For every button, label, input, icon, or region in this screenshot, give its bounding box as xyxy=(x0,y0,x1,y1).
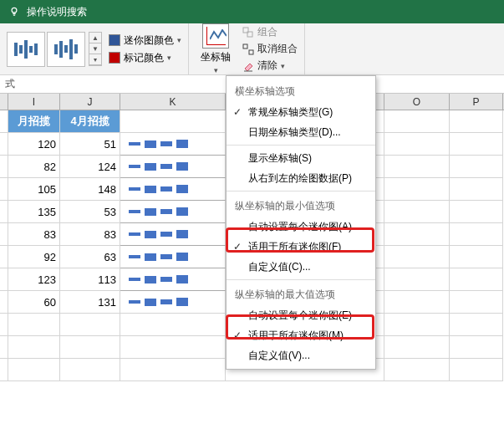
clear-label: 清除 xyxy=(257,59,277,73)
col-header[interactable]: O xyxy=(384,94,450,110)
menu-section-header: 纵坐标轴的最小值选项 xyxy=(227,194,375,217)
menu-item-custom-min[interactable]: 自定义值(C)... xyxy=(227,257,375,277)
col-header[interactable]: P xyxy=(450,94,503,110)
chevron-down-icon: ▾ xyxy=(214,66,218,74)
chevron-down-icon: ▾ xyxy=(167,54,171,62)
menu-section-header: 纵坐标轴的最大值选项 xyxy=(227,283,375,305)
tell-me-input[interactable]: 操作说明搜索 xyxy=(27,5,87,19)
chevron-down-icon: ▾ xyxy=(177,36,181,44)
sparkline-cell[interactable] xyxy=(120,268,226,291)
svg-rect-4 xyxy=(249,50,253,54)
marker-color-label: 标记颜色 xyxy=(124,51,164,65)
col-header[interactable]: J xyxy=(60,94,120,110)
group-icon xyxy=(242,27,254,38)
col-header[interactable]: I xyxy=(8,94,60,110)
menu-item-general-axis-type[interactable]: 常规坐标轴类型(G) xyxy=(227,102,375,122)
swatch-icon xyxy=(109,34,120,46)
sparkline-style-thumb[interactable] xyxy=(7,32,45,67)
cell[interactable]: 148 xyxy=(60,178,120,201)
cell[interactable]: 92 xyxy=(8,246,60,268)
sparkline-cell[interactable] xyxy=(120,201,226,223)
marker-color-button[interactable]: 标记颜色 ▾ xyxy=(109,51,181,65)
menu-item-rtl-plot[interactable]: 从右到左的绘图数据(P) xyxy=(227,168,375,188)
lightbulb-icon xyxy=(8,6,20,18)
cell[interactable]: 135 xyxy=(8,201,60,223)
sparkline-gallery[interactable]: ▲ ▼ ▾ xyxy=(7,32,102,67)
cell[interactable]: 83 xyxy=(8,223,60,246)
cell[interactable]: 82 xyxy=(8,156,60,178)
cell[interactable]: 131 xyxy=(60,291,120,314)
sparkline-style-group: ▲ ▼ ▾ 迷你图颜色 ▾ 标记颜色 ▾ xyxy=(0,23,189,74)
ribbon: ▲ ▼ ▾ 迷你图颜色 ▾ 标记颜色 ▾ 坐标轴 ▾ xyxy=(0,23,504,75)
menu-item-date-axis-type[interactable]: 日期坐标轴类型(D)... xyxy=(227,122,375,142)
cell[interactable]: 60 xyxy=(8,291,60,314)
menu-item-custom-max[interactable]: 自定义值(V)... xyxy=(227,345,375,365)
sparkline-color-label: 迷你图颜色 xyxy=(124,33,174,48)
formula-text: 式 xyxy=(5,77,15,91)
cell[interactable] xyxy=(120,110,226,133)
menu-item-auto-each-max[interactable]: 自动设置每个迷你图(E) xyxy=(227,305,375,325)
sparkline-cell[interactable] xyxy=(120,178,226,201)
gallery-down-icon[interactable]: ▼ xyxy=(89,43,101,54)
cell[interactable]: 123 xyxy=(8,268,60,291)
gallery-scroll[interactable]: ▲ ▼ ▾ xyxy=(89,32,102,66)
sparkline-cell[interactable] xyxy=(120,246,226,268)
axis-label: 坐标轴 xyxy=(201,50,231,64)
table-header: 4月招揽 xyxy=(60,110,120,133)
sparkline-cell[interactable] xyxy=(120,156,226,178)
table-header: 月招揽 xyxy=(8,110,60,133)
sparkline-style-thumb[interactable] xyxy=(47,32,85,67)
gallery-more-icon[interactable]: ▾ xyxy=(89,54,101,65)
group-label: 组合 xyxy=(257,25,277,39)
axis-icon xyxy=(202,23,229,49)
axis-button[interactable]: 坐标轴 ▾ xyxy=(196,23,236,74)
cell[interactable]: 124 xyxy=(60,156,120,178)
ungroup-icon xyxy=(242,43,254,55)
svg-rect-3 xyxy=(243,44,247,49)
cell[interactable]: 83 xyxy=(60,223,120,246)
cell[interactable]: 105 xyxy=(8,178,60,201)
clear-button[interactable]: 清除 ▾ xyxy=(242,59,298,73)
sparkline-cell[interactable] xyxy=(120,291,226,314)
group-button[interactable]: 组合 xyxy=(242,25,298,39)
axis-group-section: 坐标轴 ▾ 组合 取消组合 清除 ▾ xyxy=(189,23,305,74)
menu-item-all-max[interactable]: 适用于所有迷你图(M) xyxy=(227,325,375,345)
sparkline-cell[interactable] xyxy=(120,133,226,156)
ungroup-label: 取消组合 xyxy=(257,42,298,56)
gallery-up-icon[interactable]: ▲ xyxy=(89,33,101,43)
swatch-icon xyxy=(109,52,120,64)
menu-section-header: 横坐标轴选项 xyxy=(227,79,375,102)
axis-dropdown-menu: 横坐标轴选项 常规坐标轴类型(G) 日期坐标轴类型(D)... 显示坐标轴(S)… xyxy=(226,75,376,370)
cell[interactable]: 53 xyxy=(60,201,120,223)
cell[interactable]: 120 xyxy=(8,133,60,156)
sparkline-color-button[interactable]: 迷你图颜色 ▾ xyxy=(109,33,181,48)
tell-me-bar: 操作说明搜索 xyxy=(0,0,504,23)
cell[interactable]: 113 xyxy=(60,268,120,291)
ungroup-button[interactable]: 取消组合 xyxy=(242,42,298,56)
cell[interactable]: 51 xyxy=(60,133,120,156)
eraser-icon xyxy=(242,60,254,72)
menu-item-all-min[interactable]: 适用于所有迷你图(F) xyxy=(227,237,375,257)
chevron-down-icon: ▾ xyxy=(281,62,285,70)
menu-item-show-axis[interactable]: 显示坐标轴(S) xyxy=(227,148,375,168)
col-header[interactable]: K xyxy=(120,94,226,110)
menu-item-auto-each-min[interactable]: 自动设置每个迷你图(A) xyxy=(227,217,375,237)
svg-point-0 xyxy=(12,8,17,13)
sparkline-cell[interactable] xyxy=(120,223,226,246)
cell[interactable]: 63 xyxy=(60,246,120,268)
